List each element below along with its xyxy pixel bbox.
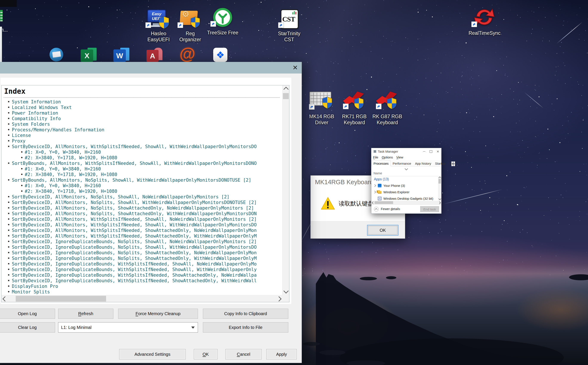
horizontal-scrollbar[interactable]: [1, 295, 282, 302]
tab-performance[interactable]: Performance: [391, 161, 413, 166]
index-link[interactable]: SortByDeviceID, IgnoreDuplicateBounds, N…: [12, 245, 257, 250]
horizontal-scrollbar[interactable]: [371, 201, 441, 204]
apply-button[interactable]: Apply: [266, 349, 297, 359]
cancel-button[interactable]: Cancel: [225, 349, 262, 359]
desktop-icon-mk14-rgb-driver[interactable]: MK14 RGB Driver: [303, 91, 340, 126]
index-link[interactable]: SortByDeviceID, AllMonitors, WithSplitsI…: [12, 144, 257, 149]
close-button[interactable]: ✕: [434, 148, 441, 155]
index-link[interactable]: #2: X=3840, Y=1718, W=1920, H=1080: [25, 172, 117, 177]
index-link[interactable]: Power Information: [12, 111, 58, 116]
desktop-icon-access[interactable]: A: [144, 48, 165, 62]
menu-options[interactable]: Options: [382, 155, 393, 160]
log-level-dropdown[interactable]: L1: Log Minimal: [58, 322, 198, 333]
expand-chevron-icon[interactable]: [373, 184, 376, 187]
index-link[interactable]: #2: X=3840, Y=1718, W=1920, H=1080: [25, 155, 117, 160]
index-link[interactable]: Proxy: [12, 138, 25, 144]
index-link[interactable]: SortByBounds, AllMonitors, NoSplits, Sho…: [12, 178, 251, 183]
export-info-to-file-button[interactable]: Export Info to File: [203, 322, 288, 333]
index-link[interactable]: SortByDeviceID, AllMonitors, WithSplitsI…: [12, 217, 257, 222]
scrollbar-thumb[interactable]: [375, 201, 393, 204]
desktop-icon-realtimesync[interactable]: RealTimeSync: [466, 6, 503, 36]
scrollbar-thumb[interactable]: [16, 296, 106, 302]
process-row-desktop-gadgets[interactable]: Windows Desktop Gadgets (32 bit): [371, 195, 441, 201]
task-manager-titlebar[interactable]: Task Manager ✕: [371, 148, 441, 155]
tab-scroll-left-icon[interactable]: [451, 161, 453, 166]
scroll-left-icon[interactable]: [2, 296, 7, 301]
ok-button[interactable]: OK: [194, 349, 217, 359]
desktop-icon-treesize-free[interactable]: TreeSize Free: [204, 7, 241, 36]
index-link[interactable]: SortByDeviceID, IgnoreDuplicateBounds, N…: [12, 256, 257, 261]
scroll-right-icon[interactable]: [276, 296, 281, 301]
expand-chevron-icon[interactable]: [373, 191, 376, 193]
vertical-scrollbar[interactable]: [438, 176, 441, 201]
close-icon[interactable]: ✕: [291, 64, 299, 71]
tab-processes[interactable]: Processes: [371, 161, 391, 166]
index-link[interactable]: SortByDeviceID, AllMonitors, WithSplitsI…: [12, 233, 257, 239]
desktop-icon-excel[interactable]: X: [78, 48, 100, 62]
index-link[interactable]: SortByDeviceID, AllMonitors, WithSplitsI…: [12, 228, 257, 233]
vertical-scrollbar[interactable]: [282, 85, 289, 295]
dialog-titlebar[interactable]: ✕: [0, 62, 302, 74]
copy-info-to-clipboard-button[interactable]: Copy Info to Clipboard: [203, 309, 288, 319]
tab-scroll-right-icon[interactable]: [453, 161, 455, 166]
desktop-icon-rk71-rgb-keyboard[interactable]: RK71 RGB Keyboard: [336, 91, 373, 126]
index-link[interactable]: Localized Windows Text: [12, 105, 72, 110]
menu-file[interactable]: File: [373, 155, 378, 160]
desktop-icon-startrinity-cst[interactable]: CST StarTrinity CST: [271, 9, 308, 42]
index-link[interactable]: System Folders: [12, 122, 50, 127]
desktop-icon-rk-g87-rgb-keyboard[interactable]: RK G87 RGB Keyboard: [369, 91, 406, 126]
index-link[interactable]: SortByDeviceID, AllMonitors, NoSplits, S…: [12, 205, 254, 211]
desktop-icon-reg-organizer[interactable]: ⚙ Reg Organizer: [172, 9, 208, 42]
desktop-icon-word[interactable]: W: [111, 48, 132, 62]
menu-view[interactable]: View: [396, 155, 403, 160]
tab-app-history[interactable]: App history: [413, 161, 433, 166]
scroll-up-icon[interactable]: [283, 87, 288, 92]
scroll-right-icon[interactable]: [438, 201, 441, 204]
desktop-icon-mail-at[interactable]: @: [176, 46, 198, 61]
scrollbar-thumb[interactable]: [283, 93, 289, 99]
index-link[interactable]: SortByDeviceID, AllMonitors, NoSplits, S…: [12, 194, 229, 199]
index-link[interactable]: Monitor Splits: [12, 289, 50, 295]
scroll-left-icon[interactable]: [372, 201, 375, 204]
index-link[interactable]: SortByDeviceID, IgnoreDuplicateBounds, W…: [12, 273, 257, 278]
force-memory-cleanup-button[interactable]: Force Memory Cleanup: [118, 309, 198, 319]
index-link[interactable]: #1: X=0, Y=0, W=3840, H=2160: [25, 183, 101, 188]
column-header-name[interactable]: Name: [373, 171, 382, 175]
index-link[interactable]: System Information: [12, 99, 61, 105]
process-row-windows-explorer[interactable]: Windows Explorer: [371, 189, 441, 195]
index-link[interactable]: SortByDeviceID, IgnoreDuplicateBounds, N…: [12, 250, 257, 255]
index-link[interactable]: License: [12, 133, 31, 138]
index-link[interactable]: Process/Memory/Handles Information: [12, 127, 104, 133]
index-link[interactable]: #1: X=0, Y=0, W=3840, H=2160: [25, 150, 101, 155]
maximize-button[interactable]: [428, 148, 434, 155]
refresh-button[interactable]: Refresh: [58, 309, 113, 319]
message-box-ok-button[interactable]: OK: [367, 225, 398, 236]
index-link[interactable]: SortByBounds, AllMonitors, WithSplitsIfN…: [12, 161, 257, 166]
index-link[interactable]: SortByDeviceID, AllMonitors, WithSplitsI…: [12, 222, 257, 227]
open-log-button[interactable]: Open Log: [0, 309, 55, 319]
desktop-icon-hasleo-easyuefi[interactable]: Easy UEFI Hasleo EasyUEFI: [140, 9, 177, 42]
group-header-apps[interactable]: Apps (13): [371, 176, 441, 182]
scroll-down-icon[interactable]: [283, 288, 288, 293]
desktop-icon-partial-offscreen[interactable]: [0, 10, 3, 21]
index-link[interactable]: SortByDeviceID, AllMonitors, NoSplits, S…: [12, 200, 257, 205]
scroll-down-icon[interactable]: [438, 197, 441, 200]
minimize-button[interactable]: [421, 148, 428, 155]
end-task-button[interactable]: End task: [420, 206, 439, 212]
fewer-details-chevron-icon[interactable]: [374, 207, 379, 211]
tab-users-clipped[interactable]: Use: [447, 161, 451, 166]
index-link[interactable]: SortByDeviceID, IgnoreDuplicateBounds, N…: [12, 239, 257, 244]
scrollbar-thumb[interactable]: [438, 179, 441, 183]
desktop-icon-dropbox[interactable]: ❖: [210, 48, 231, 62]
index-link[interactable]: DisplayFusion Pro: [12, 284, 58, 289]
index-link[interactable]: SortByDeviceID, IgnoreDuplicateBounds, W…: [12, 267, 257, 272]
index-link[interactable]: SortByDeviceID, AllMonitors, NoSplits, S…: [12, 211, 257, 216]
index-link[interactable]: #1: X=0, Y=0, W=3840, H=2160: [25, 166, 101, 172]
process-row-your-phone[interactable]: Your Phone (3): [371, 182, 441, 189]
index-link[interactable]: SortByDeviceID, IgnoreDuplicateBounds, W…: [12, 261, 257, 267]
fewer-details-toggle[interactable]: Fewer details: [381, 207, 400, 211]
desktop-icon-thunderbird[interactable]: [46, 48, 67, 62]
index-link[interactable]: SortByDeviceID, IgnoreDuplicateBounds, W…: [12, 278, 257, 283]
index-link[interactable]: Compatibility Info: [12, 116, 61, 121]
clear-log-button[interactable]: Clear Log: [0, 322, 55, 333]
